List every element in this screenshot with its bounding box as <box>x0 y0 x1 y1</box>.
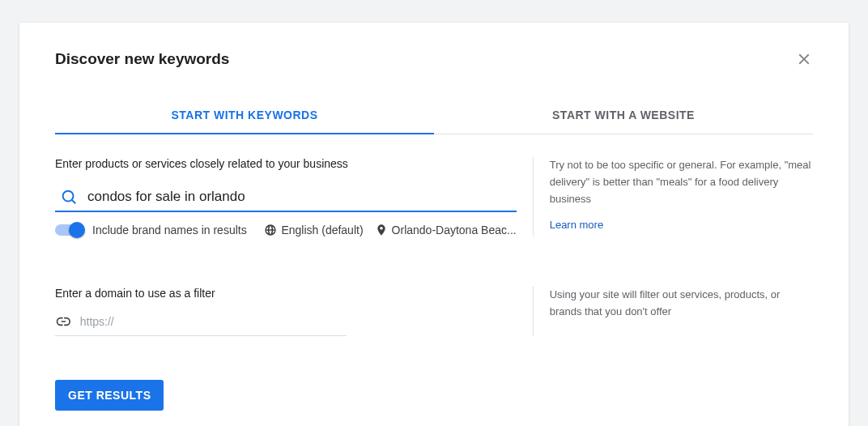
domain-section: Enter a domain to use as a filter Using … <box>55 287 813 336</box>
right-pane: Try not to be too specific or general. F… <box>533 157 813 236</box>
tab-keywords[interactable]: START WITH KEYWORDS <box>55 97 434 134</box>
link-icon <box>55 313 72 330</box>
domain-input-row <box>55 308 347 336</box>
hint-text: Try not to be too specific or general. F… <box>550 157 813 207</box>
brand-toggle[interactable] <box>55 224 83 236</box>
tab-website[interactable]: START WITH A WEBSITE <box>434 97 813 134</box>
products-label: Enter products or services closely relat… <box>55 157 517 170</box>
options-row: Include brand names in results English (… <box>55 224 517 236</box>
domain-label: Enter a domain to use as a filter <box>55 287 517 300</box>
svg-point-0 <box>63 191 74 202</box>
keyword-planner-card: Discover new keywords START WITH KEYWORD… <box>19 23 849 426</box>
globe-icon <box>264 224 277 236</box>
domain-left: Enter a domain to use as a filter <box>55 287 533 336</box>
search-row <box>55 183 517 212</box>
content: Enter products or services closely relat… <box>55 157 813 236</box>
search-icon <box>60 188 78 206</box>
learn-more-link[interactable]: Learn more <box>550 217 603 234</box>
domain-hint-text: Using your site will filter out services… <box>550 287 813 321</box>
left-pane: Enter products or services closely relat… <box>55 157 533 236</box>
domain-hint-pane: Using your site will filter out services… <box>533 287 813 336</box>
brand-toggle-label: Include brand names in results <box>92 224 247 236</box>
page-title: Discover new keywords <box>55 50 229 68</box>
language-label: English (default) <box>281 224 363 236</box>
keywords-input[interactable] <box>78 189 517 205</box>
close-icon[interactable] <box>795 50 813 68</box>
location-pin-icon <box>375 224 388 236</box>
tabs: START WITH KEYWORDS START WITH A WEBSITE <box>55 97 813 134</box>
language-chip[interactable]: English (default) <box>264 224 363 236</box>
svg-line-1 <box>72 200 76 204</box>
header: Discover new keywords <box>55 50 813 68</box>
get-results-button[interactable]: GET RESULTS <box>55 380 164 411</box>
location-label: Orlando-Daytona Beac... <box>392 224 517 236</box>
domain-input[interactable] <box>72 315 347 328</box>
location-chip[interactable]: Orlando-Daytona Beac... <box>375 224 517 236</box>
